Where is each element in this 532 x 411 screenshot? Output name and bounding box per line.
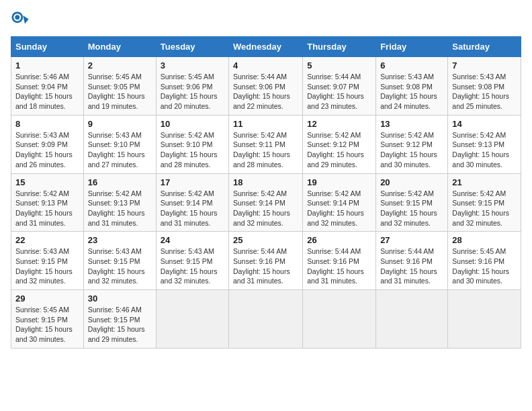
day-number: 11 bbox=[233, 119, 298, 129]
sunset-text: Sunset: 9:13 PM bbox=[88, 198, 152, 208]
daylight-text: Daylight: 15 hours and 31 minutes. bbox=[233, 267, 298, 286]
sunrise-text: Sunrise: 5:44 AM bbox=[307, 72, 371, 82]
calendar-cell: 18 Sunrise: 5:42 AM Sunset: 9:14 PM Dayl… bbox=[229, 173, 303, 232]
sunrise-text: Sunrise: 5:43 AM bbox=[161, 246, 224, 257]
day-number: 3 bbox=[161, 60, 224, 71]
day-info: Sunrise: 5:43 AM Sunset: 9:08 PM Dayligh… bbox=[380, 72, 443, 111]
sunset-text: Sunset: 9:16 PM bbox=[452, 257, 517, 267]
calendar-cell: 4 Sunrise: 5:44 AM Sunset: 9:06 PM Dayli… bbox=[229, 57, 303, 116]
daylight-text: Daylight: 15 hours and 27 minutes. bbox=[88, 150, 152, 169]
sunset-text: Sunset: 9:07 PM bbox=[307, 82, 371, 92]
daylight-text: Daylight: 15 hours and 23 minutes. bbox=[307, 91, 371, 111]
page-header bbox=[11, 11, 521, 30]
daylight-text: Daylight: 15 hours and 32 minutes. bbox=[380, 208, 443, 228]
calendar-cell: 10 Sunrise: 5:42 AM Sunset: 9:10 PM Dayl… bbox=[156, 115, 228, 173]
day-number: 13 bbox=[380, 119, 443, 129]
day-number: 18 bbox=[233, 177, 298, 187]
day-number: 9 bbox=[88, 119, 152, 129]
calendar-week-row: 29 Sunrise: 5:45 AM Sunset: 9:15 PM Dayl… bbox=[11, 290, 521, 349]
day-number: 23 bbox=[88, 235, 152, 245]
calendar-cell bbox=[376, 290, 448, 349]
calendar-table: SundayMondayTuesdayWednesdayThursdayFrid… bbox=[11, 36, 521, 349]
sunset-text: Sunset: 9:16 PM bbox=[307, 257, 371, 267]
calendar-cell: 14 Sunrise: 5:42 AM Sunset: 9:13 PM Dayl… bbox=[448, 115, 521, 173]
sunrise-text: Sunrise: 5:44 AM bbox=[233, 72, 298, 82]
calendar-cell: 29 Sunrise: 5:45 AM Sunset: 9:15 PM Dayl… bbox=[11, 290, 84, 349]
calendar-week-row: 8 Sunrise: 5:43 AM Sunset: 9:09 PM Dayli… bbox=[11, 115, 521, 173]
day-info: Sunrise: 5:45 AM Sunset: 9:15 PM Dayligh… bbox=[15, 305, 79, 345]
day-info: Sunrise: 5:42 AM Sunset: 9:14 PM Dayligh… bbox=[307, 189, 371, 228]
sunset-text: Sunset: 9:15 PM bbox=[15, 315, 79, 325]
sunset-text: Sunset: 9:15 PM bbox=[161, 257, 224, 267]
day-number: 24 bbox=[161, 235, 224, 245]
calendar-cell: 16 Sunrise: 5:42 AM Sunset: 9:13 PM Dayl… bbox=[83, 173, 156, 232]
day-info: Sunrise: 5:44 AM Sunset: 9:06 PM Dayligh… bbox=[233, 72, 298, 111]
svg-point-2 bbox=[15, 15, 19, 19]
sunset-text: Sunset: 9:15 PM bbox=[88, 315, 152, 325]
daylight-text: Daylight: 15 hours and 28 minutes. bbox=[161, 150, 224, 169]
sunrise-text: Sunrise: 5:42 AM bbox=[307, 189, 371, 199]
sunrise-text: Sunrise: 5:46 AM bbox=[15, 72, 79, 82]
daylight-text: Daylight: 15 hours and 30 minutes. bbox=[380, 150, 443, 169]
calendar-day-header: Monday bbox=[83, 37, 156, 57]
day-number: 1 bbox=[15, 60, 79, 71]
sunrise-text: Sunrise: 5:42 AM bbox=[452, 189, 517, 199]
calendar-cell bbox=[156, 290, 228, 349]
day-info: Sunrise: 5:45 AM Sunset: 9:05 PM Dayligh… bbox=[88, 72, 152, 111]
sunset-text: Sunset: 9:14 PM bbox=[307, 198, 371, 208]
day-info: Sunrise: 5:42 AM Sunset: 9:12 PM Dayligh… bbox=[307, 130, 371, 170]
daylight-text: Daylight: 15 hours and 32 minutes. bbox=[233, 208, 298, 228]
daylight-text: Daylight: 15 hours and 25 minutes. bbox=[452, 91, 517, 111]
sunrise-text: Sunrise: 5:44 AM bbox=[233, 246, 298, 257]
calendar-cell: 13 Sunrise: 5:42 AM Sunset: 9:12 PM Dayl… bbox=[376, 115, 448, 173]
day-info: Sunrise: 5:43 AM Sunset: 9:15 PM Dayligh… bbox=[88, 246, 152, 286]
day-number: 2 bbox=[88, 60, 152, 71]
daylight-text: Daylight: 15 hours and 29 minutes. bbox=[88, 324, 152, 344]
sunset-text: Sunset: 9:13 PM bbox=[15, 198, 79, 208]
sunset-text: Sunset: 9:12 PM bbox=[307, 140, 371, 150]
sunset-text: Sunset: 9:15 PM bbox=[452, 198, 517, 208]
sunrise-text: Sunrise: 5:45 AM bbox=[88, 72, 152, 82]
day-number: 26 bbox=[307, 235, 371, 245]
calendar-cell: 9 Sunrise: 5:43 AM Sunset: 9:10 PM Dayli… bbox=[83, 115, 156, 173]
day-info: Sunrise: 5:46 AM Sunset: 9:04 PM Dayligh… bbox=[15, 72, 79, 111]
sunrise-text: Sunrise: 5:45 AM bbox=[452, 246, 517, 257]
day-number: 16 bbox=[88, 177, 152, 187]
day-info: Sunrise: 5:42 AM Sunset: 9:14 PM Dayligh… bbox=[233, 189, 298, 228]
day-info: Sunrise: 5:44 AM Sunset: 9:07 PM Dayligh… bbox=[307, 72, 371, 111]
sunrise-text: Sunrise: 5:45 AM bbox=[161, 72, 224, 82]
daylight-text: Daylight: 15 hours and 32 minutes. bbox=[307, 208, 371, 228]
daylight-text: Daylight: 15 hours and 30 minutes. bbox=[15, 324, 79, 344]
calendar-day-header: Sunday bbox=[11, 37, 84, 57]
sunrise-text: Sunrise: 5:42 AM bbox=[380, 130, 443, 140]
calendar-cell: 30 Sunrise: 5:46 AM Sunset: 9:15 PM Dayl… bbox=[83, 290, 156, 349]
calendar-cell: 25 Sunrise: 5:44 AM Sunset: 9:16 PM Dayl… bbox=[229, 232, 303, 290]
daylight-text: Daylight: 15 hours and 26 minutes. bbox=[15, 150, 79, 169]
day-info: Sunrise: 5:42 AM Sunset: 9:13 PM Dayligh… bbox=[452, 130, 517, 170]
sunrise-text: Sunrise: 5:43 AM bbox=[88, 246, 152, 257]
day-number: 10 bbox=[161, 119, 224, 129]
daylight-text: Daylight: 15 hours and 18 minutes. bbox=[15, 91, 79, 111]
day-info: Sunrise: 5:43 AM Sunset: 9:09 PM Dayligh… bbox=[15, 130, 79, 170]
calendar-cell: 20 Sunrise: 5:42 AM Sunset: 9:15 PM Dayl… bbox=[376, 173, 448, 232]
sunset-text: Sunset: 9:14 PM bbox=[233, 198, 298, 208]
day-info: Sunrise: 5:43 AM Sunset: 9:15 PM Dayligh… bbox=[161, 246, 224, 286]
calendar-cell: 23 Sunrise: 5:43 AM Sunset: 9:15 PM Dayl… bbox=[83, 232, 156, 290]
sunset-text: Sunset: 9:15 PM bbox=[380, 198, 443, 208]
day-number: 7 bbox=[452, 60, 517, 71]
sunset-text: Sunset: 9:16 PM bbox=[233, 257, 298, 267]
calendar-cell: 17 Sunrise: 5:42 AM Sunset: 9:14 PM Dayl… bbox=[156, 173, 228, 232]
sunrise-text: Sunrise: 5:43 AM bbox=[380, 72, 443, 82]
sunset-text: Sunset: 9:12 PM bbox=[380, 140, 443, 150]
day-number: 22 bbox=[15, 235, 79, 245]
daylight-text: Daylight: 15 hours and 19 minutes. bbox=[88, 91, 152, 111]
sunset-text: Sunset: 9:05 PM bbox=[88, 82, 152, 92]
sunrise-text: Sunrise: 5:42 AM bbox=[307, 130, 371, 140]
sunrise-text: Sunrise: 5:42 AM bbox=[380, 189, 443, 199]
daylight-text: Daylight: 15 hours and 31 minutes. bbox=[15, 208, 79, 228]
day-info: Sunrise: 5:42 AM Sunset: 9:10 PM Dayligh… bbox=[161, 130, 224, 170]
calendar-cell: 28 Sunrise: 5:45 AM Sunset: 9:16 PM Dayl… bbox=[448, 232, 521, 290]
day-number: 6 bbox=[380, 60, 443, 71]
day-info: Sunrise: 5:44 AM Sunset: 9:16 PM Dayligh… bbox=[233, 246, 298, 286]
logo-icon bbox=[11, 11, 30, 30]
